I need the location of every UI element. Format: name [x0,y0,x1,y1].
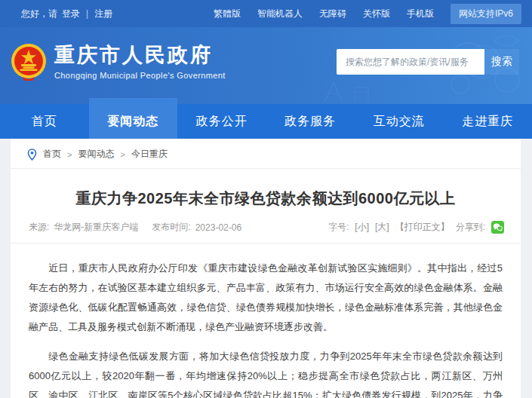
link-traditional-chinese[interactable]: 繁體版 [214,8,241,20]
greeting-text: 您好，请 [21,8,57,20]
site-identity: 重庆市人民政府 Chongqing Municipal People's Gov… [54,44,226,79]
search-button[interactable]: 搜索 [484,49,519,75]
font-smaller-button[interactable]: [小] [355,221,369,234]
page: 您好，请 登录 | 注册 繁體版 智能机器人 无障碍 关怀版 手机版 网站支持I… [0,0,532,398]
breadcrumb-separator: > [67,150,72,159]
breadcrumb: 首页 > 要闻动态 > 今日重庆 [11,139,521,169]
masthead: 重庆市人民政府 Chongqing Municipal People's Gov… [0,27,532,104]
wechat-share-icon[interactable] [491,221,504,234]
breadcrumb-separator: > [120,150,125,159]
nav-tab-home[interactable]: 首页 [0,104,89,139]
national-emblem-logo [11,43,47,81]
breadcrumb-news[interactable]: 要闻动态 [78,148,114,161]
link-mobile-version[interactable]: 手机版 [407,8,434,20]
article-meta-right: 字号: [小] [大] 【打印正文】 分享到: [328,221,504,234]
link-care-version[interactable]: 关怀版 [363,8,390,20]
article-body: 近日，重庆市人民政府办公厅印发《重庆市建设绿色金融改革创新试验区实施细则》。其中… [11,243,521,398]
breadcrumb-today-chongqing[interactable]: 今日重庆 [131,148,168,161]
topbar-account-area: 您好，请 登录 | 注册 [21,8,112,20]
topbar-links: 繁體版 智能机器人 无障碍 关怀版 手机版 网站支持IPv6 [214,4,521,24]
article-title: 重庆力争2025年末全市绿色贷款余额达到6000亿元以上 [11,169,521,221]
font-size-label: 字号: [328,221,349,234]
ipv6-badge[interactable]: 网站支持IPv6 [451,4,521,24]
print-button[interactable]: 【打印正文】 [395,221,450,234]
source-label: 来源: [29,221,49,234]
content-wrapper: 首页 > 要闻动态 > 今日重庆 重庆力争2025年末全市绿色贷款余额达到600… [0,139,532,398]
site-name-english: Chongqing Municipal People's Government [54,71,226,80]
nav-tab-about-chongqing[interactable]: 走进重庆 [444,104,532,139]
topbar: 您好，请 登录 | 注册 繁體版 智能机器人 无障碍 关怀版 手机版 网站支持I… [0,0,532,27]
font-larger-button[interactable]: [大] [375,221,389,234]
site-name: 重庆市人民政府 [54,44,226,67]
article-paragraph: 绿色金融支持绿色低碳发展方面，将加大绿色信贷投放力度，力争到2025年年末全市绿… [29,347,503,398]
main-navigation: 首页 要闻动态 政务公开 政务服务 互动交流 走进重庆 [0,104,532,139]
breadcrumb-home[interactable]: 首页 [43,148,61,161]
link-smart-robot[interactable]: 智能机器人 [257,8,303,20]
nav-tab-gov-disclosure[interactable]: 政务公开 [177,104,266,139]
publish-date-label: 发布时间: [152,221,190,234]
article-meta-left: 来源: 华龙网-新重庆客户端 发布时间: 2023-02-06 [29,221,241,234]
location-pin-icon [27,148,37,161]
register-link[interactable]: 注册 [94,8,112,20]
content-panel: 首页 > 要闻动态 > 今日重庆 重庆力争2025年末全市绿色贷款余额达到600… [11,139,521,398]
nav-tab-interaction[interactable]: 互动交流 [355,104,444,139]
article-meta: 来源: 华龙网-新重庆客户端 发布时间: 2023-02-06 字号: [小] … [11,221,521,243]
source-value: 华龙网-新重庆客户端 [54,221,138,234]
login-link[interactable]: 登录 [62,8,80,20]
share-label: 分享到: [456,221,485,234]
publish-date-value: 2023-02-06 [195,222,241,233]
search-input[interactable] [337,49,484,75]
topbar-separator: | [86,8,88,19]
nav-tab-news[interactable]: 要闻动态 [89,98,178,139]
nav-tab-gov-services[interactable]: 政务服务 [266,104,355,139]
link-accessibility[interactable]: 无障碍 [319,8,346,20]
search-area: 搜索 [337,49,519,75]
article-paragraph: 近日，重庆市人民政府办公厅印发《重庆市建设绿色金融改革创新试验区实施细则》。其中… [29,259,503,337]
